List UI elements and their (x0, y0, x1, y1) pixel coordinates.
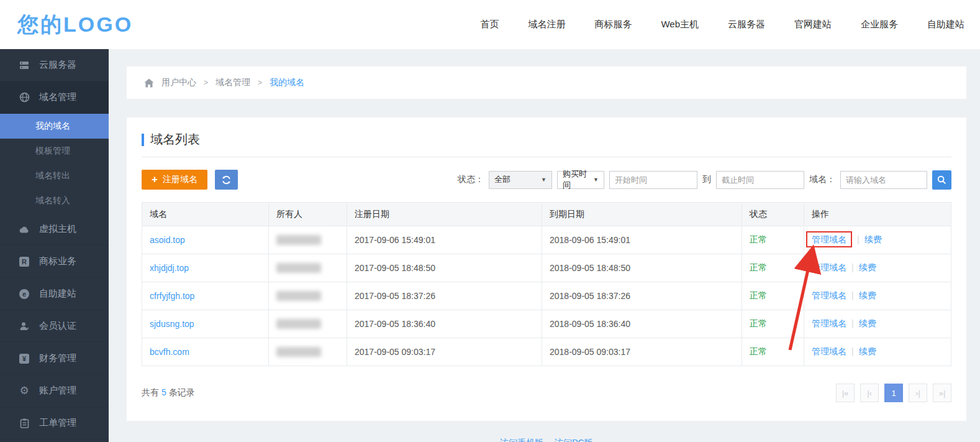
end-time-input[interactable] (716, 171, 804, 189)
top-nav: 首页 域名注册 商标服务 Web主机 云服务器 官网建站 企业服务 自助建站 (480, 19, 964, 30)
sidebar-item-finance-management[interactable]: ¥ 财务管理 (0, 343, 109, 375)
column-header-expiry-date: 到期日期 (542, 203, 742, 226)
sidebar-item-account-management[interactable]: ⚙ 账户管理 (0, 375, 109, 407)
table-row: xhjdjdj.top 2017-09-05 18:48:50 2018-09-… (142, 254, 951, 282)
record-count: 共有5条记录 (142, 387, 195, 398)
sidebar-item-member-verification[interactable]: 会员认证 (0, 310, 109, 343)
pagination-page-1[interactable]: 1 (884, 384, 903, 402)
pagination-last-button[interactable]: »| (933, 384, 951, 402)
mobile-version-link[interactable]: 访问手机版 (500, 438, 543, 442)
nav-website-building[interactable]: 官网建站 (794, 19, 832, 30)
nav-enterprise-service[interactable]: 企业服务 (861, 19, 898, 30)
manage-domain-link[interactable]: 管理域名 (812, 234, 846, 244)
table-footer: 共有5条记录 |« |‹ 1 ›| »| (142, 384, 951, 402)
sidebar-item-self-service-site[interactable]: e 自助建站 (0, 278, 109, 310)
search-button[interactable] (932, 170, 951, 190)
renew-link[interactable]: 续费 (859, 346, 876, 356)
sidebar-item-ticket-management[interactable]: 工单管理 (0, 407, 109, 440)
sidebar-subitem-my-domains[interactable]: 我的域名 (0, 114, 109, 139)
table-row: asoid.top 2017-09-06 15:49:01 2018-09-06… (142, 226, 951, 254)
domain-link[interactable]: bcvfh.com (150, 347, 189, 357)
sidebar-item-label: 工单管理 (39, 417, 76, 429)
breadcrumb-my-domains[interactable]: 我的域名 (270, 77, 304, 88)
action-separator: | (851, 262, 854, 272)
breadcrumb-domain-management[interactable]: 域名管理 (216, 77, 250, 88)
register-domain-label: 注册域名 (163, 174, 197, 185)
sitebuilder-icon: e (19, 288, 30, 300)
nav-cloud-server[interactable]: 云服务器 (728, 19, 765, 30)
pagination-prev-button[interactable]: |‹ (860, 384, 879, 402)
refresh-button[interactable] (215, 170, 238, 190)
expiry-date: 2018-09-05 18:36:40 (542, 310, 742, 338)
renew-link[interactable]: 续费 (859, 290, 876, 300)
sidebar-item-label: 账户管理 (39, 385, 76, 397)
owner-redacted (276, 263, 321, 273)
sidebar-item-label: 云服务器 (39, 59, 76, 71)
globe-icon (19, 92, 30, 103)
main-content: 用户中心 > 域名管理 > 我的域名 域名列表 + 注册域名 (109, 49, 980, 442)
trademark-icon: R (19, 256, 30, 267)
manage-domain-link[interactable]: 管理域名 (812, 318, 846, 328)
status-badge: 正常 (750, 234, 767, 244)
domain-search-input[interactable] (840, 171, 927, 189)
time-type-select[interactable]: 购买时间 ▼ (557, 171, 604, 189)
domain-link[interactable]: xhjdjdj.top (150, 263, 189, 273)
expiry-date: 2018-09-05 18:48:50 (542, 254, 742, 282)
column-header-status: 状态 (742, 203, 804, 226)
nav-self-service-site[interactable]: 自助建站 (927, 19, 964, 30)
domain-filter-label: 域名： (809, 174, 835, 185)
column-header-registered-date: 注册日期 (347, 203, 542, 226)
site-footer: 访问手机版 访问PC版 (127, 438, 966, 442)
start-time-input[interactable] (609, 171, 697, 189)
nav-home[interactable]: 首页 (480, 19, 499, 30)
ticket-icon (19, 418, 30, 429)
column-header-domain: 域名 (142, 203, 269, 226)
sidebar-subitem-template-management[interactable]: 模板管理 (0, 139, 109, 163)
expiry-date: 2018-09-05 18:37:26 (542, 282, 742, 310)
pagination-first-button[interactable]: |« (836, 384, 855, 402)
status-select[interactable]: 全部 ▼ (489, 171, 552, 189)
manage-domain-link[interactable]: 管理域名 (812, 346, 846, 356)
breadcrumb-user-center[interactable]: 用户中心 (161, 77, 196, 88)
sidebar-item-label: 会员认证 (39, 320, 76, 332)
breadcrumb-separator: > (258, 78, 262, 87)
sidebar-subitem-domain-transfer-in[interactable]: 域名转入 (0, 188, 109, 213)
member-icon (19, 321, 30, 332)
manage-domain-link[interactable]: 管理域名 (812, 262, 846, 272)
manage-domain-link[interactable]: 管理域名 (812, 290, 846, 300)
pagination-next-button[interactable]: ›| (909, 384, 927, 402)
nav-trademark-service[interactable]: 商标服务 (594, 19, 632, 30)
domain-link[interactable]: sjdusng.top (150, 319, 194, 329)
owner-redacted (276, 347, 321, 357)
home-icon (144, 78, 154, 88)
refresh-icon (222, 175, 231, 185)
sidebar-item-virtual-hosting[interactable]: 虚拟主机 (0, 213, 109, 246)
renew-link[interactable]: 续费 (859, 262, 876, 272)
renew-link[interactable]: 续费 (864, 234, 882, 244)
domain-link[interactable]: cfrfyjfgh.top (150, 291, 194, 301)
sidebar-item-domain-management[interactable]: 域名管理 (0, 81, 109, 114)
table-header-row: 域名 所有人 注册日期 到期日期 状态 操作 (142, 203, 951, 226)
pc-version-link[interactable]: 访问PC版 (555, 438, 592, 442)
to-label: 到 (702, 174, 711, 185)
table-row: sjdusng.top 2017-09-05 18:36:40 2018-09-… (142, 310, 951, 338)
toolbar-left: + 注册域名 (142, 170, 238, 190)
breadcrumb-separator: > (204, 78, 208, 87)
registered-date: 2017-09-05 18:36:40 (347, 310, 542, 338)
time-type-value: 购买时间 (563, 168, 589, 191)
status-badge: 正常 (750, 262, 767, 272)
register-domain-button[interactable]: + 注册域名 (142, 170, 207, 190)
annotation-red-box: 管理域名 (806, 231, 852, 247)
domain-link[interactable]: asoid.top (150, 235, 185, 245)
sidebar-item-cloud-server[interactable]: 云服务器 (0, 49, 109, 81)
sidebar-item-trademark-business[interactable]: R 商标业务 (0, 246, 109, 278)
domain-table: 域名 所有人 注册日期 到期日期 状态 操作 asoid.top 2017-09… (142, 202, 951, 366)
sidebar-subitem-domain-transfer-out[interactable]: 域名转出 (0, 163, 109, 188)
renew-link[interactable]: 续费 (859, 318, 876, 328)
nav-web-hosting[interactable]: Web主机 (661, 19, 699, 30)
column-header-owner: 所有人 (269, 203, 347, 226)
action-separator: | (851, 290, 854, 300)
sidebar: 云服务器 域名管理 我的域名 模板管理 域名转出 域名转入 虚拟主机 R 商标业… (0, 49, 109, 442)
nav-domain-register[interactable]: 域名注册 (528, 19, 565, 30)
record-count-suffix: 条记录 (169, 387, 195, 397)
